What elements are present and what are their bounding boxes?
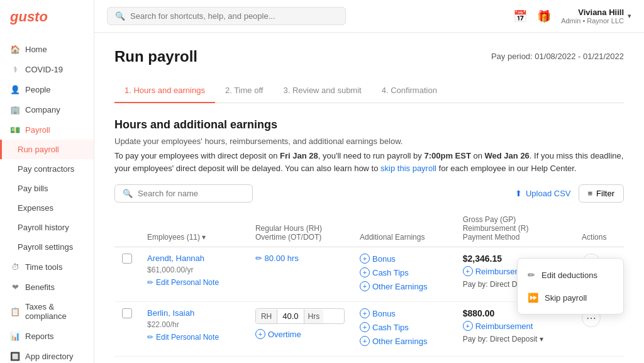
step-2[interactable]: 2. Time off xyxy=(215,78,273,103)
step-1-label: 1. Hours and earnings xyxy=(125,86,205,95)
sidebar-item-taxes[interactable]: 📋 Taxes & compliance xyxy=(0,297,94,326)
overtime-link[interactable]: + Overtime xyxy=(255,329,345,339)
sidebar-item-payroll[interactable]: 💵 Payroll xyxy=(0,120,94,140)
sidebar-item-label: Time tools xyxy=(25,262,62,272)
edit-deductions-label: Edit deductions xyxy=(541,271,597,280)
page-title: Run payroll xyxy=(114,48,197,65)
employee-rate: $61,000.00/yr xyxy=(147,265,240,274)
sidebar-item-people[interactable]: 👤 People xyxy=(0,79,94,99)
home-icon: 🏠 xyxy=(10,44,20,54)
upload-csv-label: Upload CSV xyxy=(526,189,571,198)
bonus-link[interactable]: + Bonus xyxy=(360,308,448,318)
sidebar-item-covid19[interactable]: ⚕ COVID-19 xyxy=(0,59,94,79)
step-4-label: 4. Confirmation xyxy=(382,86,437,95)
step-3[interactable]: 3. Review and submit xyxy=(273,78,371,103)
skip-payroll-item[interactable]: ⏩ Skip payroll xyxy=(518,286,623,309)
topbar-icons: 📅 🎁 Viviana Hiill Admin • Raynor LLC ▾ xyxy=(513,8,631,25)
plus-icon: + xyxy=(463,321,473,331)
sidebar-item-pay-bills[interactable]: Pay bills xyxy=(0,179,94,198)
employee-search[interactable]: 🔍 xyxy=(114,184,253,203)
bonus-link[interactable]: + Bonus xyxy=(360,254,448,264)
plus-icon: + xyxy=(360,267,370,277)
plus-icon: + xyxy=(360,322,370,332)
sidebar-item-label: People xyxy=(25,85,50,94)
hours-cell: RH 40.0 Hrs + Overtime xyxy=(248,302,352,357)
filter-icon: ≡ xyxy=(588,189,593,198)
col-actions: Actions xyxy=(574,210,624,247)
row-checkbox-cell xyxy=(114,247,140,302)
hours-value[interactable]: 40.0 xyxy=(277,309,303,323)
cash-tips-link[interactable]: + Cash Tips xyxy=(360,267,448,277)
earnings-cell: + Bonus + Cash Tips + Other Earnings xyxy=(352,247,455,302)
hours-type-label: RH xyxy=(256,310,277,323)
hours-link[interactable]: ✏ 80.00 hrs xyxy=(255,254,299,263)
actions-dropdown-menu: ✏ Edit deductions ⏩ Skip payroll xyxy=(517,258,624,315)
upload-csv-button[interactable]: ⬆ Upload CSV xyxy=(515,189,571,198)
calendar-icon[interactable]: 📅 xyxy=(513,9,527,23)
edit-personal-note-button[interactable]: ✏ Edit Personal Note xyxy=(147,333,240,342)
row-checkbox-cell xyxy=(114,302,140,357)
sidebar-item-label: Pay contractors xyxy=(18,164,74,174)
hours-input-field[interactable]: RH 40.0 Hrs xyxy=(255,308,345,324)
time-icon: ⏱ xyxy=(10,262,20,272)
sidebar-item-home[interactable]: 🏠 Home xyxy=(0,39,94,59)
col-employees[interactable]: Employees (11) ▾ xyxy=(140,210,248,247)
sidebar-item-label: Company xyxy=(25,105,60,114)
toolbar-row: 🔍 ⬆ Upload CSV ≡ Filter xyxy=(114,184,624,203)
hours-cell: ✏ 80.00 hrs xyxy=(248,247,352,302)
sidebar-item-payroll-settings[interactable]: Payroll settings xyxy=(0,237,94,257)
cash-tips-link[interactable]: + Cash Tips xyxy=(360,322,448,332)
employee-name-link[interactable]: Arendt, Hannah xyxy=(147,254,204,263)
reimbursement-link[interactable]: + Reimbursement xyxy=(463,321,567,331)
employee-name-link[interactable]: Berlin, Isaiah xyxy=(147,308,194,318)
skip-payroll-label: Skip payroll xyxy=(545,293,587,303)
global-search[interactable]: 🔍 xyxy=(107,7,346,25)
topbar: 🔍 📅 🎁 Viviana Hiill Admin • Raynor LLC ▾ xyxy=(94,0,644,33)
edit-deductions-item[interactable]: ✏ Edit deductions xyxy=(518,264,623,286)
people-icon: 👤 xyxy=(10,84,20,94)
plus-icon: + xyxy=(255,329,265,339)
app-directory-icon: 🔲 xyxy=(10,351,20,361)
plus-icon: + xyxy=(463,266,473,276)
edit-personal-note-button[interactable]: ✏ Edit Personal Note xyxy=(147,278,240,287)
sidebar-item-company[interactable]: 🏢 Company xyxy=(0,99,94,120)
col-gross-pay: Gross Pay (GP)Reimbursement (R)Payment M… xyxy=(455,210,574,247)
gift-icon[interactable]: 🎁 xyxy=(537,9,551,23)
skip-payroll-link[interactable]: skip this payroll xyxy=(380,164,436,173)
edit-icon: ✏ xyxy=(528,270,535,280)
user-menu[interactable]: Viviana Hiill Admin • Raynor LLC ▾ xyxy=(561,8,631,25)
user-role: Admin • Raynor LLC xyxy=(561,17,624,25)
sidebar-item-time-tools[interactable]: ⏱ Time tools xyxy=(0,257,94,277)
sidebar-item-label: Payroll xyxy=(25,125,50,135)
col-checkbox xyxy=(114,210,140,247)
plus-icon: + xyxy=(360,308,370,318)
sidebar-item-benefits[interactable]: ❤ Benefits xyxy=(0,277,94,297)
plus-icon: + xyxy=(360,254,370,264)
other-earnings-link[interactable]: + Other Earnings xyxy=(360,281,448,291)
sidebar-item-pay-contractors[interactable]: Pay contractors xyxy=(0,159,94,179)
employee-rate: $22.00/hr xyxy=(147,320,240,329)
sidebar-item-payroll-history[interactable]: Payroll history xyxy=(0,218,94,237)
employee-checkbox[interactable] xyxy=(122,254,132,264)
sidebar-item-run-payroll[interactable]: Run payroll xyxy=(0,140,94,159)
page-header: Run payroll Pay period: 01/08/2022 - 01/… xyxy=(114,48,624,65)
chevron-down-icon: ▾ xyxy=(628,12,631,20)
reports-icon: 📊 xyxy=(10,331,20,341)
pencil-icon: ✏ xyxy=(147,278,153,287)
employee-checkbox[interactable] xyxy=(122,308,132,318)
sidebar-item-app-directory[interactable]: 🔲 App directory xyxy=(0,346,94,363)
sidebar-item-reports[interactable]: 📊 Reports xyxy=(0,326,94,346)
section-note: To pay your employees with direct deposi… xyxy=(114,150,624,174)
step-4[interactable]: 4. Confirmation xyxy=(372,78,447,103)
search-name-input[interactable] xyxy=(138,189,245,198)
covid-icon: ⚕ xyxy=(10,64,20,74)
step-1[interactable]: 1. Hours and earnings xyxy=(114,78,215,103)
col-hours: Regular Hours (RH)Overtime (OT/DOT) xyxy=(248,210,352,247)
other-earnings-link[interactable]: + Other Earnings xyxy=(360,336,448,346)
search-input[interactable] xyxy=(130,11,338,21)
sidebar-item-expenses[interactable]: Expenses xyxy=(0,198,94,218)
sidebar-item-label: Payroll settings xyxy=(18,242,73,252)
filter-button[interactable]: ≡ Filter xyxy=(579,184,624,203)
benefits-icon: ❤ xyxy=(10,282,20,292)
sidebar-item-label: Expenses xyxy=(18,203,53,213)
